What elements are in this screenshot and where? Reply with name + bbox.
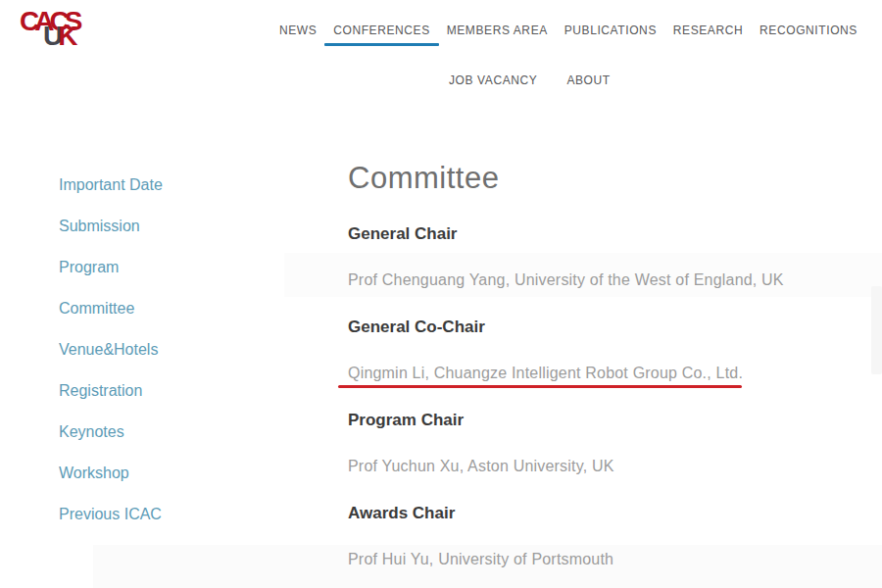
sidebar-item-previous-icac[interactable]: Previous ICAC — [59, 506, 255, 522]
member-general-co-chair: Qingmin Li, Chuangze Intelligent Robot G… — [348, 364, 882, 383]
sidebar-item-important-date[interactable]: Important Date — [59, 176, 255, 193]
nav-item-label: CONFERENCES — [333, 24, 430, 37]
nav-item-job-vacancy[interactable]: JOB VACANCY — [449, 74, 537, 87]
member-awards-chair: Prof Hui Yu, University of Portsmouth — [348, 550, 882, 569]
nav-item-members-area[interactable]: MEMBERS AREA — [447, 24, 548, 37]
sidebar-item-submission[interactable]: Submission — [59, 218, 255, 234]
secondary-navigation: JOB VACANCY ABOUT — [449, 74, 611, 87]
sidebar-item-workshop[interactable]: Workshop — [59, 465, 255, 481]
role-heading-program-chair: Program Chair — [348, 411, 882, 430]
nav-item-about[interactable]: ABOUT — [566, 74, 610, 87]
committee-content: Committee General Chair Prof Chenguang Y… — [348, 160, 882, 569]
red-annotation-underline — [338, 385, 742, 388]
nav-item-recognitions[interactable]: RECOGNITIONS — [760, 24, 858, 37]
logo-bottom-text: UK — [43, 23, 88, 50]
sidebar-item-program[interactable]: Program — [59, 259, 255, 275]
sidebar-item-registration[interactable]: Registration — [59, 382, 255, 399]
page: CACS UK NEWS CONFERENCES MEMBERS AREA PU… — [0, 0, 882, 588]
member-general-chair: Prof Chenguang Yang, University of the W… — [348, 270, 882, 290]
active-tab-underline — [324, 43, 439, 46]
primary-navigation: NEWS CONFERENCES MEMBERS AREA PUBLICATIO… — [279, 24, 858, 37]
role-heading-awards-chair: Awards Chair — [348, 504, 882, 523]
sidebar-item-keynotes[interactable]: Keynotes — [59, 423, 255, 440]
cacs-uk-logo[interactable]: CACS UK — [20, 8, 88, 59]
sidebar-item-committee[interactable]: Committee — [59, 300, 255, 317]
conference-sidebar: Important Date Submission Program Commit… — [59, 176, 255, 547]
nav-item-conferences[interactable]: CONFERENCES — [333, 24, 430, 37]
role-heading-general-co-chair: General Co-Chair — [348, 318, 882, 337]
role-heading-general-chair: General Chair — [348, 224, 882, 244]
nav-item-publications[interactable]: PUBLICATIONS — [564, 24, 657, 37]
sidebar-item-venue-hotels[interactable]: Venue&Hotels — [59, 341, 255, 358]
nav-item-news[interactable]: NEWS — [279, 24, 317, 37]
page-title: Committee — [348, 160, 882, 197]
nav-item-research[interactable]: RESEARCH — [673, 24, 743, 37]
member-program-chair: Prof Yuchun Xu, Aston University, UK — [348, 457, 882, 476]
